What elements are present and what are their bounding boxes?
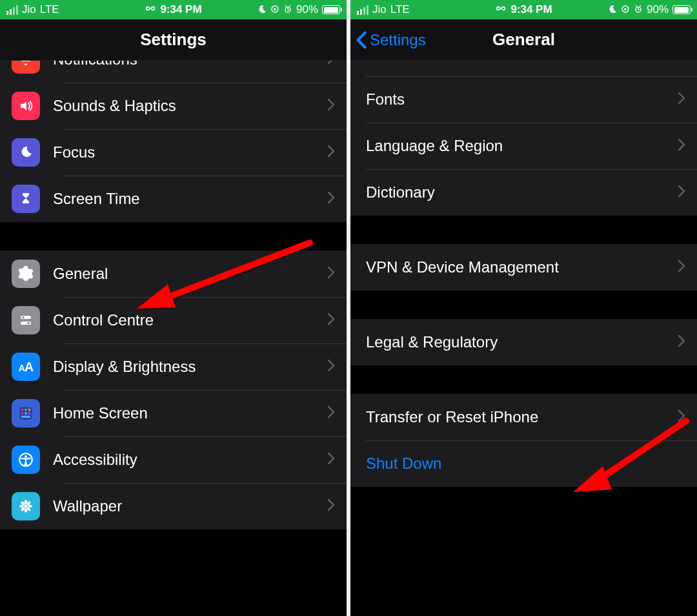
row-label: Dictionary bbox=[366, 183, 678, 201]
signal-icon bbox=[357, 5, 369, 15]
row-label: VPN & Device Management bbox=[366, 258, 678, 276]
row-label: Shut Down bbox=[366, 455, 685, 473]
chevron-right-icon bbox=[327, 266, 335, 282]
row-fonts[interactable]: Fonts bbox=[350, 76, 697, 123]
svg-rect-17 bbox=[25, 409, 26, 411]
app-grid-icon bbox=[12, 399, 40, 427]
row-vpn-device-management[interactable]: VPN & Device Management bbox=[350, 244, 697, 291]
svg-point-12 bbox=[22, 316, 25, 319]
row-label: Language & Region bbox=[366, 137, 678, 155]
chevron-right-icon bbox=[678, 334, 685, 350]
row-legal-regulatory[interactable]: Legal & Regulatory bbox=[350, 319, 697, 365]
accessibility-icon bbox=[12, 446, 40, 474]
page-title: Settings bbox=[140, 30, 207, 50]
row-display-brightness[interactable]: AA Display & Brightness bbox=[0, 344, 347, 390]
chevron-right-icon bbox=[678, 138, 685, 154]
svg-point-25 bbox=[24, 504, 27, 508]
settings-group-2: General Control Centre AA Display & Brig… bbox=[0, 251, 347, 529]
row-sounds-haptics[interactable]: Sounds & Haptics bbox=[0, 83, 347, 129]
dnd-moon-icon bbox=[258, 5, 267, 15]
row-label: Transfer or Reset iPhone bbox=[366, 408, 678, 426]
hourglass-icon bbox=[12, 185, 40, 213]
text-size-icon: AA bbox=[12, 353, 40, 381]
battery-pct: 90% bbox=[296, 3, 318, 16]
row-label: Control Centre bbox=[53, 311, 327, 329]
svg-point-36 bbox=[497, 7, 500, 10]
svg-point-27 bbox=[25, 508, 27, 513]
row-general[interactable]: General bbox=[0, 251, 347, 297]
row-label: Fonts bbox=[366, 90, 678, 108]
chevron-right-icon bbox=[678, 185, 685, 200]
settings-list[interactable]: Notifications Sounds & Haptics Focus bbox=[0, 61, 347, 616]
carrier-label: Jio bbox=[22, 3, 36, 16]
gear-icon bbox=[12, 260, 40, 288]
svg-rect-19 bbox=[21, 412, 23, 414]
network-label: LTE bbox=[40, 3, 59, 16]
row-label: Display & Brightness bbox=[53, 358, 327, 376]
general-group-1: Fonts Language & Region Dictionary bbox=[350, 61, 697, 216]
row-wallpaper[interactable]: Wallpaper bbox=[0, 483, 347, 529]
row-transfer-reset[interactable]: Transfer or Reset iPhone bbox=[350, 394, 697, 440]
hotspot-icon bbox=[495, 3, 507, 16]
row-home-screen[interactable]: Home Screen bbox=[0, 390, 347, 436]
row-notifications[interactable]: Notifications bbox=[0, 61, 347, 83]
chevron-right-icon bbox=[678, 409, 685, 425]
svg-rect-16 bbox=[21, 409, 23, 411]
row-label: Home Screen bbox=[53, 404, 327, 422]
battery-pct: 90% bbox=[647, 3, 669, 16]
svg-point-0 bbox=[146, 7, 150, 10]
status-right: 90% bbox=[608, 3, 691, 16]
moon-icon bbox=[12, 138, 40, 167]
row-label: Notifications bbox=[53, 61, 327, 68]
chevron-right-icon bbox=[327, 359, 335, 375]
alarm-icon bbox=[634, 5, 643, 15]
row-dictionary[interactable]: Dictionary bbox=[350, 169, 697, 216]
row-control-centre[interactable]: Control Centre bbox=[0, 297, 347, 344]
toggles-icon bbox=[12, 306, 40, 334]
carrier-label: Jio bbox=[372, 3, 387, 16]
row-focus[interactable]: Focus bbox=[0, 129, 347, 176]
orientation-lock-icon bbox=[621, 5, 630, 15]
row-label: Sounds & Haptics bbox=[53, 97, 327, 115]
chevron-right-icon bbox=[327, 98, 335, 114]
svg-line-9 bbox=[289, 5, 290, 6]
status-left: Jio LTE bbox=[6, 3, 59, 16]
settings-group-1: Notifications Sounds & Haptics Focus bbox=[0, 61, 347, 222]
svg-rect-22 bbox=[21, 416, 30, 418]
svg-point-29 bbox=[28, 505, 32, 508]
chevron-right-icon bbox=[678, 92, 685, 107]
chevron-right-icon bbox=[678, 260, 685, 275]
status-right: 90% bbox=[258, 3, 340, 16]
row-label: Wallpaper bbox=[53, 497, 327, 515]
chevron-right-icon bbox=[327, 61, 335, 67]
row-screen-time[interactable]: Screen Time bbox=[0, 176, 347, 222]
svg-line-44 bbox=[636, 5, 637, 6]
status-time: 9:34 PM bbox=[160, 3, 201, 16]
svg-point-26 bbox=[25, 500, 27, 504]
alarm-icon bbox=[283, 5, 292, 15]
flower-icon bbox=[12, 492, 40, 520]
svg-line-45 bbox=[640, 5, 641, 6]
row-language-region[interactable]: Language & Region bbox=[350, 123, 697, 169]
row-label: Accessibility bbox=[53, 451, 327, 469]
svg-point-28 bbox=[19, 505, 24, 508]
row-label: General bbox=[53, 265, 327, 283]
chevron-right-icon bbox=[327, 191, 335, 207]
back-button[interactable]: Settings bbox=[356, 19, 426, 60]
row-shut-down[interactable]: Shut Down bbox=[350, 440, 697, 487]
dnd-moon-icon bbox=[608, 5, 617, 15]
general-group-3: Legal & Regulatory bbox=[350, 319, 697, 365]
chevron-right-icon bbox=[327, 498, 335, 514]
speaker-icon bbox=[12, 92, 40, 120]
svg-line-8 bbox=[285, 5, 287, 6]
battery-icon bbox=[322, 5, 340, 14]
general-list[interactable]: Fonts Language & Region Dictionary VPN &… bbox=[350, 61, 697, 616]
status-bar: Jio LTE 9:34 PM 90% bbox=[0, 0, 347, 19]
chevron-right-icon bbox=[327, 452, 335, 467]
phone-right: Jio LTE 9:34 PM 90% Settings bbox=[350, 0, 697, 616]
row-accessibility[interactable]: Accessibility bbox=[0, 436, 347, 483]
page-title: General bbox=[492, 30, 555, 50]
bell-icon bbox=[12, 61, 40, 74]
svg-point-37 bbox=[502, 7, 505, 10]
chevron-right-icon bbox=[327, 406, 335, 421]
